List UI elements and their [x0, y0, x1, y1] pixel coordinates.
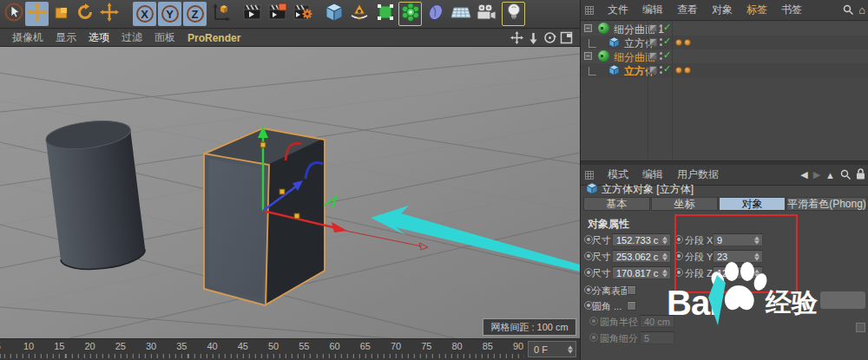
phong-tag-icon[interactable]: [675, 39, 682, 46]
toggle-view-icon[interactable]: [560, 31, 573, 44]
fillet-radius-field: 40 cm: [640, 315, 674, 328]
tree-elbow: [589, 67, 596, 75]
timeline-frame-label: 60: [329, 341, 339, 351]
tag-icon[interactable]: [684, 67, 691, 74]
timeline-frame-label: 5: [0, 341, 1, 351]
tab-phong[interactable]: 平滑着色(Phong): [786, 197, 867, 211]
deformer-button[interactable]: [424, 2, 447, 26]
render-picture-viewer-button[interactable]: [266, 2, 289, 26]
render-visibility-dot[interactable]: [660, 57, 662, 60]
editor-visibility-dot[interactable]: [660, 66, 662, 69]
om-menu-edit[interactable]: 编辑: [642, 3, 663, 17]
timeline-frame-label: 90: [513, 341, 523, 351]
resize-grip[interactable]: [856, 323, 865, 332]
tree-row-cube2-selected[interactable]: 立方体 ✓: [581, 63, 868, 77]
layer-toggle-icon[interactable]: [649, 24, 657, 32]
subdivision-surface-button[interactable]: [398, 2, 422, 26]
menu-prorender[interactable]: ProRender: [187, 32, 240, 44]
fillet-checkbox[interactable]: [627, 301, 636, 311]
menu-options[interactable]: 选项: [89, 30, 109, 45]
viewport-3d[interactable]: 网格间距 : 100 cm: [0, 47, 580, 338]
zoom-view-icon[interactable]: [527, 31, 540, 44]
separate-surfaces-checkbox[interactable]: [627, 285, 636, 295]
tree-row-sds1[interactable]: − 细分曲面 1 ✓: [581, 22, 868, 36]
render-visibility-dot[interactable]: [660, 43, 662, 46]
tab-coordinates[interactable]: 坐标: [651, 197, 718, 211]
render-visibility-dot[interactable]: [660, 71, 662, 74]
render-view-button[interactable]: [240, 2, 264, 26]
timeline-frame-label: 55: [299, 341, 309, 351]
object-properties-header: 对象属性: [588, 217, 629, 232]
editor-visibility-dot[interactable]: [660, 24, 662, 27]
collapse-icon[interactable]: −: [584, 52, 592, 60]
frame-stepper[interactable]: [567, 345, 573, 353]
current-frame-field[interactable]: 0 F: [528, 341, 576, 357]
last-used-tool-button[interactable]: [97, 2, 121, 26]
tag-icon[interactable]: [684, 39, 691, 46]
clapperboard-icon: [242, 2, 263, 26]
panel-grip-icon[interactable]: [585, 6, 594, 15]
lock-y-axis-button[interactable]: Y: [158, 2, 181, 26]
om-menu-tags[interactable]: 标签: [746, 3, 767, 17]
rotate-tool-button[interactable]: [73, 2, 96, 26]
floor-environment-button[interactable]: [449, 2, 472, 26]
scale-tool-button[interactable]: [49, 2, 73, 26]
tree-row-cube1[interactable]: 立方体 ✓: [581, 36, 868, 49]
editor-visibility-dot[interactable]: [660, 38, 662, 41]
add-cube-primitive-button[interactable]: [322, 2, 345, 26]
render-visibility-dot[interactable]: [660, 29, 662, 32]
coordinate-system-button[interactable]: [208, 2, 232, 26]
timeline-frame-label: 75: [421, 341, 431, 351]
om-menu-object[interactable]: 对象: [712, 3, 733, 17]
current-frame-value: 0 F: [534, 344, 548, 355]
tab-object[interactable]: 对象: [719, 197, 786, 211]
right-panel: 文件 编辑 查看 对象 标签 书签 ⌂ − 细分曲面 1 ✓: [580, 0, 868, 360]
editor-visibility-dot[interactable]: [660, 52, 662, 55]
move-tool-button[interactable]: [25, 2, 49, 26]
size-x-field[interactable]: 152.733 c: [612, 233, 671, 246]
pan-view-icon[interactable]: [510, 31, 523, 44]
panel-grip-icon[interactable]: [585, 171, 594, 180]
enabled-check-icon[interactable]: ✓: [663, 49, 671, 61]
menu-panel[interactable]: 面板: [155, 30, 175, 45]
enabled-check-icon[interactable]: ✓: [663, 36, 671, 47]
menu-camera[interactable]: 摄像机: [12, 30, 43, 45]
camera-button[interactable]: [474, 2, 497, 26]
parent-object-icon[interactable]: ▲: [825, 170, 835, 180]
generator-cube-button[interactable]: [373, 2, 397, 26]
scene-canvas[interactable]: [0, 47, 580, 338]
search-icon[interactable]: [843, 4, 853, 16]
light-button[interactable]: [502, 2, 525, 26]
size-y-field[interactable]: 253.062 c: [612, 250, 671, 263]
layer-toggle-icon[interactable]: [649, 52, 657, 60]
om-menu-view[interactable]: 查看: [677, 3, 698, 17]
live-selection-tool-button[interactable]: [2, 2, 25, 26]
spline-pen-button[interactable]: [347, 2, 371, 26]
menu-filter[interactable]: 过滤: [122, 30, 142, 45]
clapperboard-gear-icon: [293, 2, 313, 26]
annotation-rectangle: [674, 214, 798, 293]
enabled-check-icon[interactable]: ✓: [663, 63, 671, 75]
collapse-icon[interactable]: −: [584, 24, 592, 32]
rotate-view-icon[interactable]: [543, 31, 556, 44]
layer-toggle-icon[interactable]: [649, 66, 657, 74]
tree-elbow: [589, 39, 596, 48]
rotate-circle-icon: [76, 3, 95, 25]
layer-toggle-icon[interactable]: [649, 38, 657, 46]
enabled-check-icon[interactable]: ✓: [663, 22, 671, 33]
lock-z-axis-button[interactable]: Z: [183, 2, 207, 26]
size-z-field[interactable]: 170.817 c: [612, 266, 671, 279]
cube-icon: [324, 2, 345, 26]
timeline-frame-label: 15: [54, 341, 64, 351]
om-menu-file[interactable]: 文件: [608, 3, 628, 17]
tab-basic[interactable]: 基本: [583, 197, 650, 211]
render-settings-button[interactable]: [291, 2, 314, 26]
tree-row-sds2-selected[interactable]: − 细分曲面 ✓: [581, 49, 868, 63]
home-icon[interactable]: ⌂: [858, 3, 865, 16]
om-menu-bookmarks[interactable]: 书签: [781, 3, 802, 17]
phong-tag-icon[interactable]: [675, 67, 682, 74]
timeline-ruler[interactable]: 51015202530354045505560657075808590 0 F: [0, 338, 580, 360]
lock-x-axis-button[interactable]: X: [133, 2, 156, 26]
timeline-frame-label: 45: [238, 341, 248, 351]
menu-display[interactable]: 显示: [56, 30, 76, 45]
